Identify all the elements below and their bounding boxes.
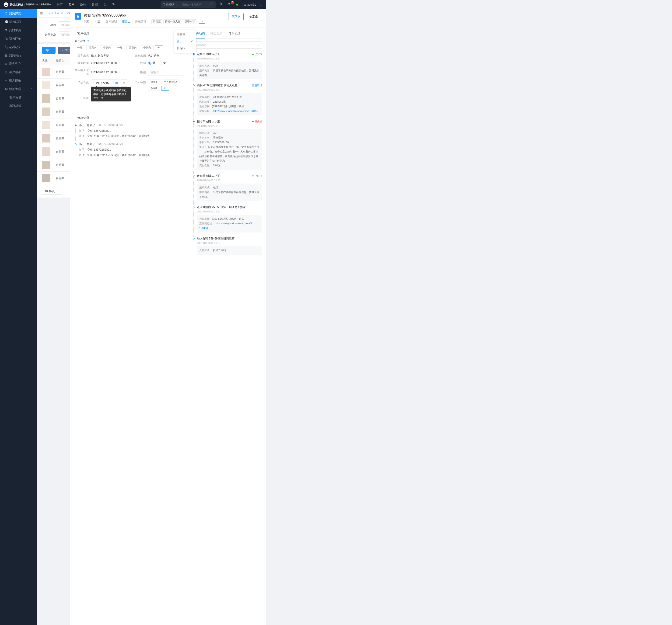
sidebar-item[interactable]: 📞 电话记录 [0, 43, 37, 51]
sidebar-icon: 🛍 [5, 37, 8, 40]
wechat-label: 微信 [132, 70, 146, 74]
collapse-icon[interactable]: ☰ [40, 12, 43, 15]
timeline-title: 购买 4399理财课进阶课程大礼包 [197, 83, 238, 88]
groups-more[interactable]: +4 [199, 20, 205, 24]
radio-female[interactable]: 女 [159, 61, 166, 65]
topnav-item[interactable]: 质检 [80, 3, 86, 7]
tag-chip[interactable]: 中意向 [101, 45, 113, 50]
row-name: 自得其 [56, 83, 65, 87]
close-icon[interactable]: ✕ [61, 12, 63, 15]
search-icon[interactable] [208, 3, 216, 6]
tag-chip[interactable]: 中意向 [141, 45, 153, 50]
sidebar-item[interactable]: 🏷 标签管理⌃ [0, 85, 37, 93]
search-input[interactable] [180, 3, 208, 6]
headset-icon[interactable] [112, 3, 115, 6]
avatar [42, 68, 50, 76]
link[interactable]: http://www.yunduoketang.com/?123456 [213, 109, 258, 112]
topnav-item[interactable]: 推广 [57, 3, 63, 7]
timeline-time: 2021/01/30 01:38:27 [197, 242, 262, 244]
username[interactable]: manager11 [242, 3, 256, 6]
nickname-label: 昵称： [84, 20, 92, 24]
tag-label: 客户标签 ✎ [75, 39, 184, 43]
page-size-select[interactable]: 10 条/页⌄ [42, 188, 61, 195]
sidebar-item[interactable]: ↻ 流失客户 [0, 60, 37, 68]
copy-icon[interactable]: ⎘ [121, 79, 127, 86]
user-icon[interactable] [103, 3, 106, 6]
personal-tags-more[interactable]: +4 [161, 86, 169, 91]
history-item: 小王更新了2021/01/30 01:38:27微信：空值-1367218282… [75, 142, 184, 158]
view-detail-link[interactable]: 查看详情 [252, 84, 262, 87]
customer-panel: 微信名称6789990000966 昵称：小王 | 客户经理： 张三 ▴ | 所… [70, 9, 266, 625]
activity-tab[interactable]: 聊天记录 [211, 31, 223, 39]
source-value: 线上-北京昱新 [91, 54, 127, 58]
chevron-down-icon: ⌄ [257, 43, 260, 47]
sidebar-subitem[interactable]: 客户标签 [0, 93, 37, 102]
edit-icon[interactable]: ✎ [87, 40, 89, 43]
topbar: ☁ 云朵CRM 教育机构一站式服务云平台 推广客户质检数据 手机号码⌄ [0, 0, 266, 9]
deposit-button[interactable]: 交定金 [246, 13, 261, 20]
topnav-item[interactable]: 数据 [92, 3, 98, 7]
activity-tab[interactable]: 订单记录 [228, 31, 240, 39]
sidebar-item[interactable]: ✂ 删人记录 [0, 76, 37, 85]
timeline-dot [193, 121, 195, 122]
wechat-input[interactable] [148, 69, 184, 76]
search-type-select[interactable]: 手机号码⌄ [161, 3, 180, 7]
chevron-down-icon: ⌄ [56, 190, 58, 193]
personal-tag-chip[interactable]: 个人标签12 [161, 79, 179, 84]
dropdown-option[interactable]: 张三✓ [174, 38, 196, 45]
status-badge: 已完成 [252, 52, 262, 56]
sidebar-item[interactable]: ⏱ 我的好友 [0, 9, 37, 18]
group-chip[interactable]: 群聊三 [151, 19, 162, 24]
nickname: 小王 [95, 20, 100, 24]
sidebar-icon: ▦ [5, 54, 8, 57]
scan-icon[interactable]: ⊞ [115, 81, 118, 85]
tab[interactable]: 个人活码✕ [46, 10, 65, 17]
tags-more[interactable]: +4 [155, 45, 163, 50]
dropdown-option[interactable]: 师馨薇 [174, 31, 196, 38]
personal-tag-chip[interactable]: 标签1 [148, 79, 160, 84]
avatar [42, 94, 50, 103]
tag-chip[interactable]: 高意向 [86, 45, 99, 50]
manager-select[interactable]: 张三 ▴ [122, 20, 130, 24]
friend-source-value: 名片分享 [148, 54, 184, 58]
personal-tag-chip[interactable]: 标签1 [148, 86, 160, 91]
sidebar-subitem[interactable]: 群聊标签 [0, 102, 37, 110]
activity-filter[interactable]: 全部动态⌄ [193, 42, 262, 49]
svg-rect-4 [77, 15, 78, 18]
chevron-down-icon[interactable]: ⌄ [260, 3, 262, 6]
timeline-item: 购买 4399理财课进阶课程大礼包查看详情2021/01/30 01:38:27… [193, 83, 262, 115]
logo-text: 云朵CRM [10, 3, 23, 7]
group-chip[interactable]: 群聊一群大群 [163, 19, 182, 24]
tag-chip[interactable]: 一般 [115, 45, 125, 50]
sidebar-icon: 💬 [5, 20, 8, 24]
topnav-item[interactable]: 客户 [68, 3, 74, 7]
timeline-item: 进入直播间 759-59班第三期理财直播课2021/01/30 01:38:27… [193, 205, 262, 232]
export-button[interactable]: 导出 [42, 47, 55, 54]
sidebar-item[interactable]: 💬 我的群聊 [0, 18, 37, 26]
history-title: 修改记录 [75, 116, 184, 120]
status-dot [236, 4, 238, 6]
timeline-card: 客户经理：小王客户姓名：唔吃唔吃手机号码：19833528160备注：但无论是哪… [197, 129, 262, 170]
timeline-item: 定金单 创建人小王已完成2020/01/30 01:38:27跟单方式：电话跟单… [193, 52, 262, 79]
group-chip[interactable]: 群聊六群 [183, 19, 196, 24]
dropdown-option[interactable]: 俱保咏 [174, 45, 196, 52]
tag-chip[interactable]: 一般 [75, 45, 85, 50]
order-button[interactable]: 代下单 [228, 13, 244, 20]
logo-subtitle: 教育机构一站式服务云平台 [24, 3, 51, 6]
sidebar-item[interactable]: ▦ 我的商品 [0, 51, 37, 60]
sidebar: ⏱ 我的好友💬 我的群聊⚗ 我的学员🛍 我的订单📞 电话记录▦ 我的商品↻ 流失… [0, 9, 37, 625]
row-name: 自得其 [56, 176, 65, 180]
bell-icon[interactable]: 5 [228, 2, 233, 7]
phone-input[interactable] [91, 79, 119, 86]
tag-chip[interactable]: 高意向 [126, 45, 139, 50]
last-chat-value: 2021/09/10 12:00:00 [91, 71, 127, 74]
timeline-title: 进入直播间 759-59班第三期理财直播课 [197, 205, 246, 209]
mobile-icon[interactable] [219, 2, 224, 7]
sidebar-item[interactable]: ⚗ 我的学员 [0, 26, 37, 34]
notification-badge: 5 [231, 1, 235, 4]
radio-male[interactable]: 男 [148, 61, 155, 65]
timeline-dot [193, 175, 195, 177]
add-time-label: 添加时间 [75, 61, 89, 65]
sidebar-item[interactable]: 🛍 我的订单 [0, 34, 37, 43]
sidebar-item[interactable]: ⎘ 客户继承 [0, 68, 37, 76]
